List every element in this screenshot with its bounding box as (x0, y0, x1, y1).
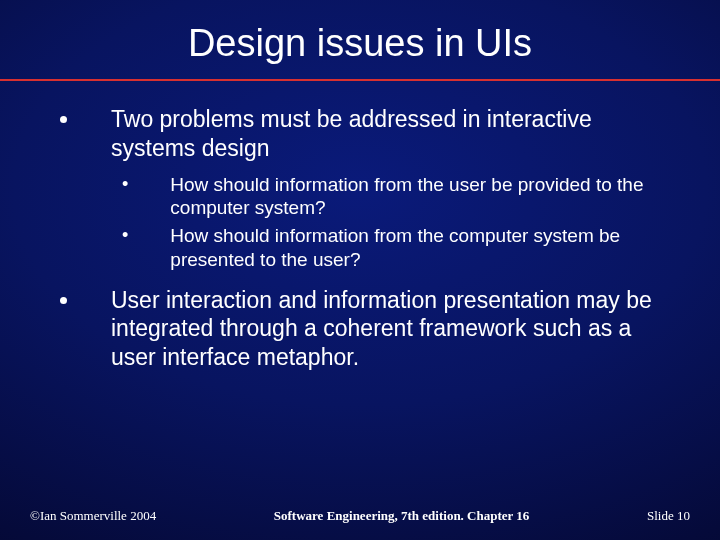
bullet-item: Two problems must be addressed in intera… (50, 105, 670, 163)
bullet-item: User interaction and information present… (50, 286, 670, 372)
sub-bullet-item: • How should information from the comput… (122, 224, 670, 272)
bullet-dot-icon (60, 297, 67, 304)
footer-book-title: Software Engineering, 7th edition. Chapt… (274, 508, 530, 524)
bullet-text: Two problems must be addressed in intera… (111, 105, 670, 163)
sub-bullet-dot-icon: • (122, 225, 128, 247)
footer-slide-number: Slide 10 (647, 508, 690, 524)
slide-title: Design issues in UIs (0, 22, 720, 65)
sub-bullet-item: • How should information from the user b… (122, 173, 670, 221)
sub-bullet-dot-icon: • (122, 174, 128, 196)
bullet-dot-icon (60, 116, 67, 123)
sub-bullet-text: How should information from the computer… (170, 224, 670, 272)
bullet-text: User interaction and information present… (111, 286, 670, 372)
footer: ©Ian Sommerville 2004 Software Engineeri… (0, 508, 720, 524)
sub-bullet-text: How should information from the user be … (170, 173, 670, 221)
title-area: Design issues in UIs (0, 0, 720, 65)
content-area: Two problems must be addressed in intera… (0, 81, 720, 372)
footer-copyright: ©Ian Sommerville 2004 (30, 508, 156, 524)
